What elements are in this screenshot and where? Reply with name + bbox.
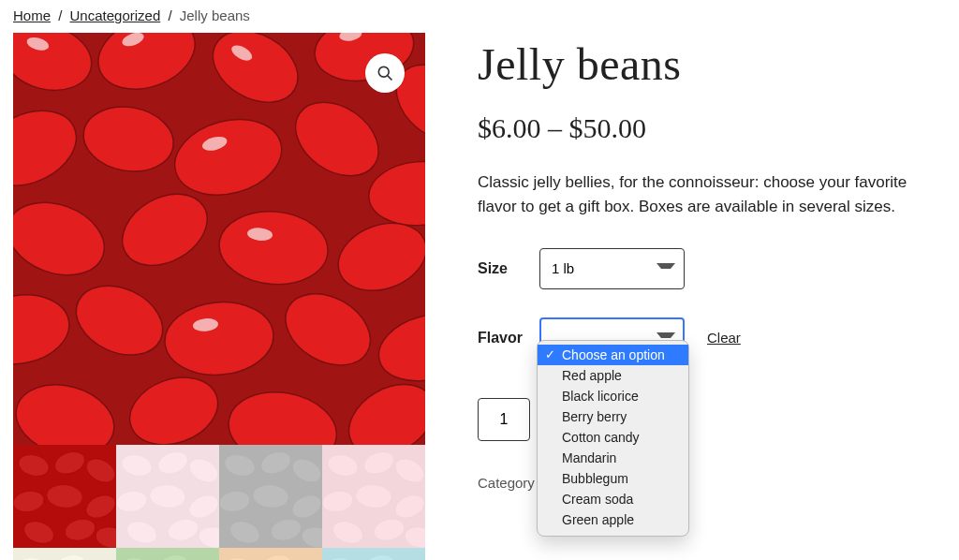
svg-point-54 — [222, 451, 258, 479]
svg-point-44 — [119, 451, 155, 479]
size-label: Size — [478, 260, 523, 277]
thumbnail[interactable] — [219, 548, 322, 560]
svg-rect-33 — [13, 445, 116, 548]
product-description: Classic jelly bellies, for the connoisse… — [478, 170, 946, 220]
svg-point-72 — [403, 524, 425, 548]
flavor-option-placeholder[interactable]: Choose an option — [538, 345, 688, 365]
svg-rect-83 — [116, 548, 219, 560]
svg-point-74 — [16, 554, 52, 560]
svg-point-67 — [322, 489, 355, 514]
svg-point-65 — [361, 448, 397, 478]
breadcrumb-sep: / — [58, 7, 62, 23]
flavor-label: Flavor — [478, 330, 523, 346]
svg-point-35 — [52, 448, 88, 478]
svg-rect-103 — [322, 548, 425, 560]
svg-point-39 — [82, 491, 116, 523]
svg-point-71 — [372, 516, 407, 544]
svg-point-59 — [288, 491, 322, 523]
svg-point-95 — [258, 551, 294, 560]
thumbnail-row — [13, 445, 425, 548]
svg-point-56 — [288, 454, 322, 488]
svg-point-38 — [46, 483, 84, 509]
svg-rect-73 — [13, 548, 116, 560]
breadcrumb-category[interactable]: Uncategorized — [70, 7, 161, 23]
svg-point-60 — [227, 518, 263, 548]
svg-point-40 — [21, 518, 57, 548]
svg-point-49 — [185, 491, 219, 523]
thumbnail[interactable] — [219, 445, 322, 548]
clear-link[interactable]: Clear — [707, 330, 741, 346]
svg-point-34 — [16, 451, 52, 479]
svg-rect-43 — [116, 445, 219, 548]
flavor-row: Flavor Choose an option Red appleBlack l… — [478, 317, 946, 359]
svg-point-45 — [155, 448, 191, 478]
product-title: Jelly beans — [478, 38, 946, 90]
svg-point-50 — [124, 518, 160, 548]
svg-point-75 — [52, 551, 88, 560]
svg-point-48 — [149, 483, 187, 509]
svg-point-62 — [300, 524, 322, 548]
breadcrumb-current: Jelly beans — [180, 7, 250, 23]
price-low: $6.00 — [478, 112, 541, 143]
svg-point-105 — [361, 551, 397, 560]
thumbnail[interactable] — [322, 548, 425, 560]
svg-rect-53 — [219, 445, 322, 548]
price-range: $6.00 – $50.00 — [478, 112, 946, 144]
svg-point-51 — [166, 516, 201, 544]
svg-rect-63 — [322, 445, 425, 548]
svg-point-85 — [155, 551, 191, 560]
svg-point-104 — [325, 554, 361, 560]
thumbnail-row — [13, 548, 425, 560]
svg-point-52 — [197, 524, 219, 548]
flavor-option[interactable]: Bubblegum — [538, 468, 688, 489]
breadcrumb-home[interactable]: Home — [13, 7, 51, 23]
svg-point-55 — [258, 448, 294, 478]
flavor-option[interactable]: Green apple — [538, 509, 688, 530]
price-high: $50.00 — [569, 112, 647, 143]
flavor-option[interactable]: Black licorice — [538, 386, 688, 406]
svg-point-84 — [119, 554, 155, 560]
jelly-beans-image — [13, 33, 425, 445]
svg-point-66 — [391, 454, 425, 488]
svg-point-70 — [330, 518, 366, 548]
svg-point-68 — [355, 483, 393, 509]
flavor-option[interactable]: Mandarin — [538, 448, 688, 468]
svg-point-69 — [391, 491, 425, 523]
thumbnail[interactable] — [13, 445, 116, 548]
flavor-dropdown: Choose an option Red appleBlack licorice… — [537, 340, 689, 537]
product-gallery — [13, 33, 425, 560]
thumbnail[interactable] — [13, 548, 116, 560]
thumbnail[interactable] — [116, 445, 219, 548]
svg-point-46 — [185, 454, 219, 488]
svg-point-36 — [82, 454, 116, 488]
svg-point-61 — [269, 516, 304, 544]
svg-point-42 — [94, 524, 116, 548]
svg-line-32 — [388, 76, 392, 81]
size-select[interactable]: 1 lb — [539, 248, 685, 289]
svg-point-47 — [116, 489, 149, 514]
thumbnail[interactable] — [322, 445, 425, 548]
flavor-option[interactable]: Cotton candy — [538, 427, 688, 448]
flavor-option[interactable]: Red apple — [538, 365, 688, 386]
svg-point-64 — [325, 451, 361, 479]
svg-point-94 — [222, 554, 258, 560]
svg-point-57 — [219, 489, 252, 514]
zoom-button[interactable] — [365, 53, 405, 93]
quantity-input[interactable] — [478, 398, 530, 441]
svg-point-58 — [252, 483, 290, 509]
svg-rect-93 — [219, 548, 322, 560]
main-image[interactable] — [13, 33, 425, 445]
breadcrumb-sep: / — [168, 7, 171, 23]
price-sep: – — [548, 112, 562, 143]
svg-point-37 — [13, 489, 46, 514]
breadcrumb: Home / Uncategorized / Jelly beans — [13, 7, 946, 23]
flavor-option[interactable]: Cream soda — [538, 489, 688, 509]
size-row: Size 1 lb — [478, 248, 946, 289]
svg-point-41 — [63, 516, 98, 544]
svg-point-31 — [378, 66, 389, 77]
flavor-option[interactable]: Berry berry — [538, 406, 688, 427]
thumbnail[interactable] — [116, 548, 219, 560]
magnifier-icon — [376, 64, 394, 82]
